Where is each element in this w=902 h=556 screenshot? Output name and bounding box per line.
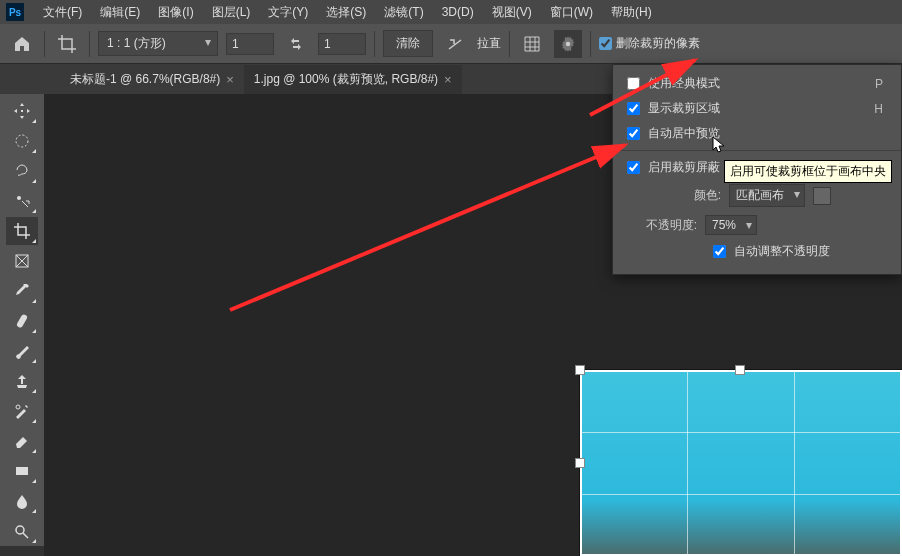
svg-line-8 (230, 145, 625, 310)
cursor-icon (712, 136, 726, 154)
tooltip: 启用可使裁剪框位于画布中央 (724, 160, 892, 183)
svg-line-9 (590, 60, 695, 115)
annotation-arrow-1 (0, 0, 902, 556)
